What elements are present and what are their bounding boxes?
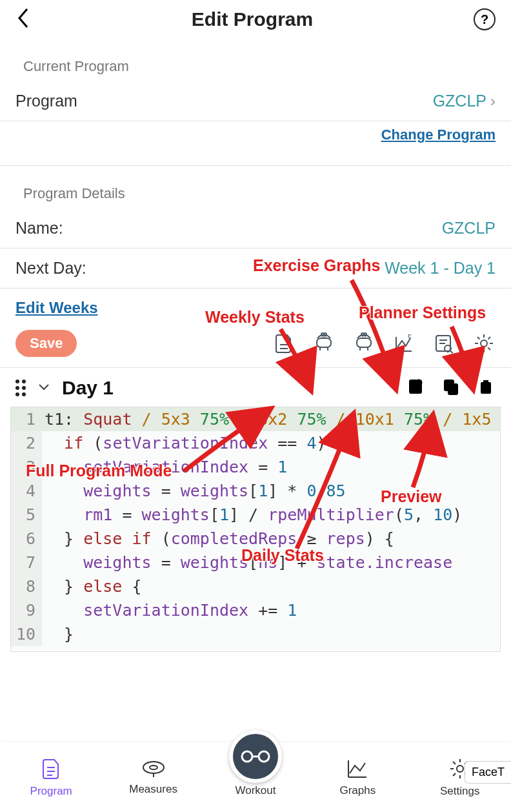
exercise-graphs-icon[interactable]: E <box>392 332 416 355</box>
svg-rect-24 <box>481 382 491 394</box>
page-title: Edit Program <box>192 8 313 30</box>
nav-program-label: Program <box>30 785 72 798</box>
chevron-right-icon: › <box>490 92 496 110</box>
next-day-row[interactable]: Next Day: Week 1 - Day 1 <box>0 249 511 289</box>
preview-icon[interactable] <box>432 332 456 355</box>
copy-day-icon[interactable] <box>441 377 461 399</box>
svg-point-34 <box>242 751 252 762</box>
back-icon[interactable] <box>15 6 31 32</box>
svg-point-31 <box>143 762 164 773</box>
nav-graphs-label: Graphs <box>339 784 376 797</box>
nav-measures-label: Measures <box>129 783 177 796</box>
edit-weeks-link[interactable]: Edit Weeks <box>0 289 511 323</box>
delete-day-icon[interactable] <box>476 377 496 399</box>
section-label-details: Program Details <box>0 166 511 208</box>
drag-handle-icon[interactable] <box>15 380 26 396</box>
svg-point-35 <box>259 751 269 762</box>
daily-stats-icon[interactable]: D <box>352 332 376 355</box>
collapse-icon[interactable] <box>37 382 50 394</box>
code-editor[interactable]: 1t1: Squat / 5x3 75% / 6x2 75% / 10x1 75… <box>0 401 511 652</box>
next-day-label: Next Day: <box>15 259 86 278</box>
name-row[interactable]: Name: GZCLP <box>0 208 511 249</box>
toolbar: Save W D <box>0 323 511 368</box>
svg-point-32 <box>150 766 157 769</box>
help-icon[interactable]: ? <box>474 8 496 30</box>
weekly-stats-icon[interactable]: W <box>312 332 336 355</box>
change-program-link[interactable]: Change Program <box>0 121 511 166</box>
svg-point-37 <box>457 766 463 772</box>
svg-text:D: D <box>362 334 366 340</box>
app-header: Edit Program ? <box>0 0 511 39</box>
svg-point-20 <box>481 340 487 347</box>
edit-day-icon[interactable] <box>406 377 426 399</box>
full-program-icon[interactable] <box>272 332 296 355</box>
day-title[interactable]: Day 1 <box>62 377 114 399</box>
day-header-row: Day 1 <box>0 368 511 401</box>
bottom-nav: Program Measures Workout Graphs Settings <box>0 742 511 812</box>
program-row[interactable]: Program GZCLP › <box>0 81 511 121</box>
next-day-value: Week 1 - Day 1 <box>385 259 496 278</box>
nav-program[interactable]: Program <box>13 757 89 798</box>
svg-line-19 <box>450 351 453 353</box>
svg-text:W: W <box>321 334 326 340</box>
nav-workout[interactable]: Workout <box>217 757 294 797</box>
facetime-chip[interactable]: FaceT <box>465 761 511 784</box>
program-row-value: GZCLP <box>433 92 486 110</box>
nav-measures[interactable]: Measures <box>115 759 192 796</box>
section-label-current: Current Program <box>0 39 511 81</box>
name-row-value: GZCLP <box>442 219 496 238</box>
svg-rect-23 <box>448 383 458 395</box>
program-row-label: Program <box>15 92 77 110</box>
name-row-label: Name: <box>15 219 63 238</box>
svg-text:E: E <box>408 333 412 340</box>
nav-workout-label: Workout <box>235 784 276 797</box>
save-button[interactable]: Save <box>15 330 77 357</box>
nav-graphs[interactable]: Graphs <box>319 758 396 797</box>
planner-settings-icon[interactable] <box>472 332 496 355</box>
nav-settings-label: Settings <box>440 785 479 798</box>
